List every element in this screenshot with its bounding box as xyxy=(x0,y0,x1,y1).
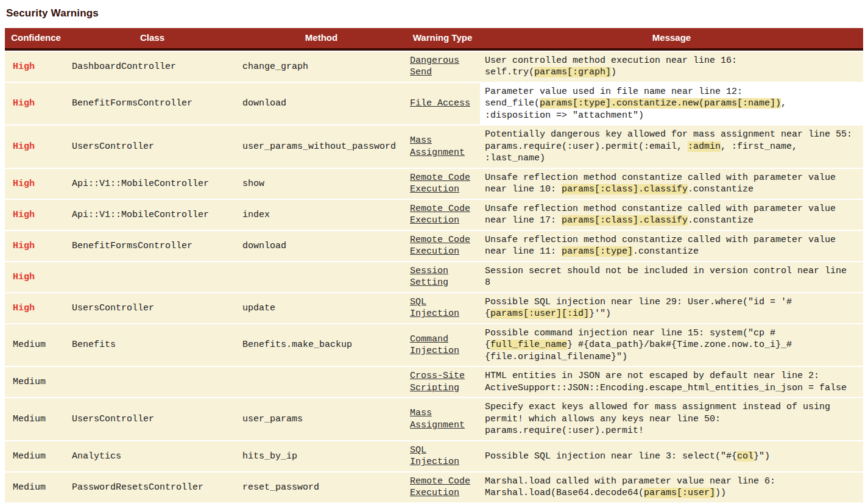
message-text: }") xyxy=(753,451,770,462)
confidence-cell: High xyxy=(5,293,67,323)
message-text: Marshal.load called with parameter value… xyxy=(485,476,775,499)
user-input-highlight: params[:user] xyxy=(644,488,715,498)
class-cell: DashboardController xyxy=(67,52,238,82)
confidence-cell: Medium xyxy=(5,398,67,440)
class-cell: UsersController xyxy=(67,293,238,323)
confidence-cell: High xyxy=(5,231,67,261)
warning-type-link[interactable]: Remote Code Execution xyxy=(410,476,470,499)
warning-type-link[interactable]: SQL Injection xyxy=(410,445,459,468)
confidence-badge: High xyxy=(13,272,35,282)
confidence-badge: High xyxy=(13,241,35,251)
confidence-cell: High xyxy=(5,52,67,82)
class-cell xyxy=(67,262,238,292)
confidence-badge: High xyxy=(13,210,35,220)
message-text: .constantize xyxy=(633,246,699,257)
table-row[interactable]: Medium Analytics hits_by_ip SQL Injectio… xyxy=(5,441,863,471)
confidence-cell: High xyxy=(5,126,67,168)
message-cell: Marshal.load called with parameter value… xyxy=(480,473,863,502)
confidence-badge: Medium xyxy=(13,482,46,493)
confidence-badge: High xyxy=(13,141,35,152)
warning-type-link[interactable]: Cross-Site Scripting xyxy=(410,371,465,393)
message-text: ) xyxy=(611,67,616,77)
method-cell: reset_password xyxy=(238,473,405,502)
class-cell: BenefitFormsController xyxy=(67,231,238,261)
column-header-warning-type: Warning Type xyxy=(405,28,480,51)
warning-type-link[interactable]: Remote Code Execution xyxy=(410,204,470,226)
user-input-highlight: params[:type].constantize.new(params[:na… xyxy=(540,98,781,109)
warning-type-link[interactable]: SQL Injection xyxy=(410,297,459,319)
method-cell: download xyxy=(238,83,405,125)
warning-type-link[interactable]: Mass Assignment xyxy=(410,135,465,158)
class-cell: BenefitFormsController xyxy=(67,83,238,125)
confidence-badge: High xyxy=(13,303,35,313)
message-cell: Possible command injection near line 15:… xyxy=(480,324,863,366)
message-text: )) xyxy=(715,488,726,498)
message-cell: Unsafe reflection method constantize cal… xyxy=(480,200,863,230)
table-row[interactable]: High UsersController user_params_without… xyxy=(5,126,863,168)
message-cell: Unsafe reflection method constantize cal… xyxy=(480,231,863,261)
class-cell: Api::V1::MobileController xyxy=(67,169,238,199)
method-cell: update xyxy=(238,293,405,323)
confidence-badge: High xyxy=(13,98,35,109)
confidence-badge: Medium xyxy=(13,340,46,350)
warning-type-cell: SQL Injection xyxy=(405,293,480,323)
class-cell: Benefits xyxy=(67,324,238,366)
warning-type-link[interactable]: File Access xyxy=(410,98,470,109)
warning-type-cell: Remote Code Execution xyxy=(405,231,480,261)
method-cell: user_params_without_password xyxy=(238,126,405,168)
class-cell: Analytics xyxy=(67,441,238,471)
method-cell: Benefits.make_backup xyxy=(238,324,405,366)
warning-type-link[interactable]: Dangerous Send xyxy=(410,55,459,78)
column-header-class: Class xyxy=(67,28,238,51)
user-input-highlight: params[:user][:id] xyxy=(490,309,589,319)
warning-type-cell: Remote Code Execution xyxy=(405,200,480,230)
user-input-highlight: params[:type] xyxy=(562,246,633,257)
user-input-highlight: params[:class].classify xyxy=(562,215,688,226)
class-cell: PasswordResetsController xyxy=(67,473,238,502)
warning-type-cell: Remote Code Execution xyxy=(405,169,480,199)
message-cell: HTML entities in JSON are not escaped by… xyxy=(480,367,863,397)
table-row[interactable]: High UsersController update SQL Injectio… xyxy=(5,293,863,323)
confidence-badge: Medium xyxy=(13,377,46,387)
table-row[interactable]: High BenefitFormsController download Fil… xyxy=(5,83,863,125)
method-cell: index xyxy=(238,200,405,230)
table-row[interactable]: Medium Benefits Benefits.make_backup Com… xyxy=(5,324,863,366)
confidence-cell: High xyxy=(5,169,67,199)
warning-type-cell: File Access xyxy=(405,83,480,125)
warning-type-link[interactable]: Session Setting xyxy=(410,266,448,288)
user-input-highlight: full_file_name xyxy=(490,340,567,350)
warning-type-link[interactable]: Mass Assignment xyxy=(410,408,465,430)
table-row[interactable]: High Session Setting Session secret shou… xyxy=(5,262,863,292)
warning-type-link[interactable]: Remote Code Execution xyxy=(410,173,470,195)
table-row[interactable]: High DashboardController change_graph Da… xyxy=(5,52,863,82)
message-cell: Parameter value used in file name near l… xyxy=(480,83,863,125)
method-cell xyxy=(238,367,405,397)
warning-type-cell: Remote Code Execution xyxy=(405,473,480,502)
confidence-cell: High xyxy=(5,83,67,125)
warning-type-link[interactable]: Command Injection xyxy=(410,334,459,357)
table-body: High DashboardController change_graph Da… xyxy=(5,52,863,503)
method-cell xyxy=(238,262,405,292)
message-text: HTML entities in JSON are not escaped by… xyxy=(485,371,847,393)
confidence-badge: Medium xyxy=(13,451,46,462)
table-row[interactable]: Medium Cross-Site Scripting HTML entitie… xyxy=(5,367,863,397)
warning-type-cell: Mass Assignment xyxy=(405,398,480,440)
column-header-confidence: Confidence xyxy=(5,28,67,51)
warning-type-cell: Mass Assignment xyxy=(405,126,480,168)
table-row[interactable]: High BenefitFormsController download Rem… xyxy=(5,231,863,261)
message-text: Session secret should not be included in… xyxy=(485,266,847,288)
table-row[interactable]: Medium UsersController user_params Mass … xyxy=(5,398,863,440)
warning-type-cell: SQL Injection xyxy=(405,441,480,471)
confidence-cell: High xyxy=(5,200,67,230)
warning-type-cell: Cross-Site Scripting xyxy=(405,367,480,397)
table-row[interactable]: Medium PasswordResetsController reset_pa… xyxy=(5,473,863,502)
method-cell: user_params xyxy=(238,398,405,440)
warning-type-link[interactable]: Remote Code Execution xyxy=(410,235,470,257)
table-row[interactable]: High Api::V1::MobileController show Remo… xyxy=(5,169,863,199)
message-text: }'") xyxy=(589,309,611,319)
confidence-cell: Medium xyxy=(5,441,67,471)
class-cell xyxy=(67,367,238,397)
table-row[interactable]: High Api::V1::MobileController index Rem… xyxy=(5,200,863,230)
table-header-row: Confidence Class Method Warning Type Mes… xyxy=(5,28,863,51)
user-input-highlight: params[:class].classify xyxy=(562,184,688,194)
